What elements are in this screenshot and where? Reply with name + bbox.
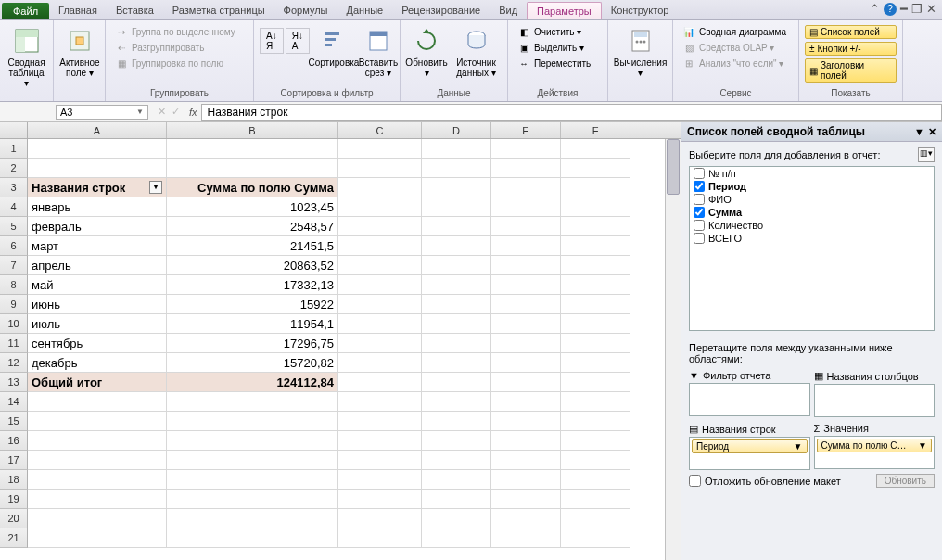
- tab-1[interactable]: Вставка: [107, 2, 163, 19]
- column-header-E[interactable]: E: [491, 122, 561, 138]
- cell[interactable]: [561, 373, 630, 392]
- cell[interactable]: [491, 197, 561, 217]
- cell[interactable]: [422, 295, 491, 314]
- column-header-A[interactable]: A: [28, 122, 167, 138]
- cell[interactable]: [422, 528, 491, 548]
- tab-7[interactable]: Параметры: [527, 2, 602, 19]
- name-box[interactable]: A3▼: [56, 105, 148, 120]
- cell[interactable]: [167, 412, 338, 431]
- row-header[interactable]: 11: [0, 334, 28, 353]
- cell[interactable]: [561, 470, 630, 490]
- help-icon[interactable]: ?: [884, 3, 897, 16]
- cell[interactable]: [338, 178, 422, 197]
- cell[interactable]: [491, 236, 561, 256]
- row-header[interactable]: 20: [0, 509, 28, 528]
- value-field-item[interactable]: Сумма по полю С…▼: [817, 439, 933, 452]
- cell[interactable]: [422, 236, 491, 256]
- cell[interactable]: [561, 412, 630, 431]
- cell[interactable]: Общий итог: [28, 373, 167, 392]
- cell[interactable]: [338, 314, 422, 334]
- cell[interactable]: [491, 275, 561, 295]
- cell[interactable]: декабрь: [28, 353, 167, 373]
- field-headers-button[interactable]: ▦Заголовки полей: [805, 58, 897, 83]
- cell[interactable]: [422, 217, 491, 236]
- cell[interactable]: [338, 490, 422, 509]
- cell[interactable]: [167, 490, 338, 509]
- cell[interactable]: [167, 139, 338, 159]
- cell[interactable]: [561, 353, 630, 373]
- cell[interactable]: [491, 178, 561, 197]
- pivot-chart-button[interactable]: 📊Сводная диаграмма: [679, 24, 790, 39]
- cell[interactable]: [28, 139, 167, 159]
- cell[interactable]: [561, 528, 630, 548]
- cell[interactable]: [338, 256, 422, 275]
- defer-update-checkbox[interactable]: Отложить обновление макет: [689, 475, 841, 487]
- cell[interactable]: [561, 236, 630, 256]
- cell[interactable]: [338, 373, 422, 392]
- cell[interactable]: [28, 528, 167, 548]
- confirm-icon[interactable]: ✓: [172, 106, 180, 118]
- chevron-down-icon[interactable]: ▼: [136, 108, 144, 116]
- cell[interactable]: [561, 217, 630, 236]
- cell[interactable]: 124112,84: [167, 373, 338, 392]
- tab-0[interactable]: Главная: [49, 2, 107, 19]
- close-icon[interactable]: ✕: [926, 2, 936, 16]
- cell[interactable]: 17332,13: [167, 275, 338, 295]
- select-button[interactable]: ▣Выделить ▾: [514, 40, 594, 55]
- cell[interactable]: [561, 197, 630, 217]
- cell[interactable]: [338, 217, 422, 236]
- cell[interactable]: [491, 217, 561, 236]
- cell[interactable]: [338, 159, 422, 178]
- cell[interactable]: Сумма по полю Сумма: [167, 178, 338, 197]
- cell[interactable]: 20863,52: [167, 256, 338, 275]
- cell[interactable]: [28, 412, 167, 431]
- row-header[interactable]: 4: [0, 197, 28, 217]
- cell[interactable]: [422, 178, 491, 197]
- cell[interactable]: [338, 431, 422, 451]
- cell[interactable]: [167, 451, 338, 470]
- scrollbar-thumb[interactable]: [667, 139, 680, 195]
- cell[interactable]: [422, 334, 491, 353]
- row-header[interactable]: 8: [0, 275, 28, 295]
- column-header-C[interactable]: C: [338, 122, 422, 138]
- cell[interactable]: [422, 314, 491, 334]
- cell[interactable]: [561, 334, 630, 353]
- chevron-down-icon[interactable]: ▼: [914, 126, 924, 138]
- clear-button[interactable]: ◧Очистить ▾: [514, 24, 594, 39]
- row-header[interactable]: 9: [0, 295, 28, 314]
- cell[interactable]: [561, 509, 630, 528]
- cell[interactable]: 1023,45: [167, 197, 338, 217]
- cell[interactable]: 11954,1: [167, 314, 338, 334]
- sort-desc-button[interactable]: Я↓А: [286, 28, 310, 54]
- cell[interactable]: февраль: [28, 217, 167, 236]
- field-item[interactable]: Период: [690, 180, 934, 193]
- cell[interactable]: июнь: [28, 295, 167, 314]
- cell[interactable]: [422, 275, 491, 295]
- row-header[interactable]: 14: [0, 392, 28, 412]
- group-selection-button[interactable]: ⇢Группа по выделенному: [111, 24, 239, 39]
- cell[interactable]: [422, 509, 491, 528]
- cell[interactable]: [338, 275, 422, 295]
- cell[interactable]: [491, 490, 561, 509]
- cell[interactable]: [561, 451, 630, 470]
- column-header-F[interactable]: F: [561, 122, 630, 138]
- cell[interactable]: [338, 139, 422, 159]
- row-header[interactable]: 12: [0, 353, 28, 373]
- tab-6[interactable]: Вид: [490, 2, 527, 19]
- cell[interactable]: [491, 334, 561, 353]
- cell[interactable]: Названия строк▾: [28, 178, 167, 197]
- cell[interactable]: [491, 139, 561, 159]
- field-checkbox[interactable]: [694, 207, 705, 218]
- move-button[interactable]: ↔Переместить: [514, 56, 594, 70]
- field-item[interactable]: Количество: [690, 219, 934, 232]
- field-item[interactable]: № п/п: [690, 167, 934, 180]
- cell[interactable]: [561, 256, 630, 275]
- cell[interactable]: [422, 139, 491, 159]
- cell[interactable]: [338, 334, 422, 353]
- group-field-button[interactable]: ▦Группировка по полю: [111, 56, 239, 70]
- cell[interactable]: [338, 451, 422, 470]
- cell[interactable]: [561, 178, 630, 197]
- minimize-icon[interactable]: ━: [900, 2, 908, 16]
- field-checkbox[interactable]: [694, 220, 705, 231]
- cell[interactable]: [561, 314, 630, 334]
